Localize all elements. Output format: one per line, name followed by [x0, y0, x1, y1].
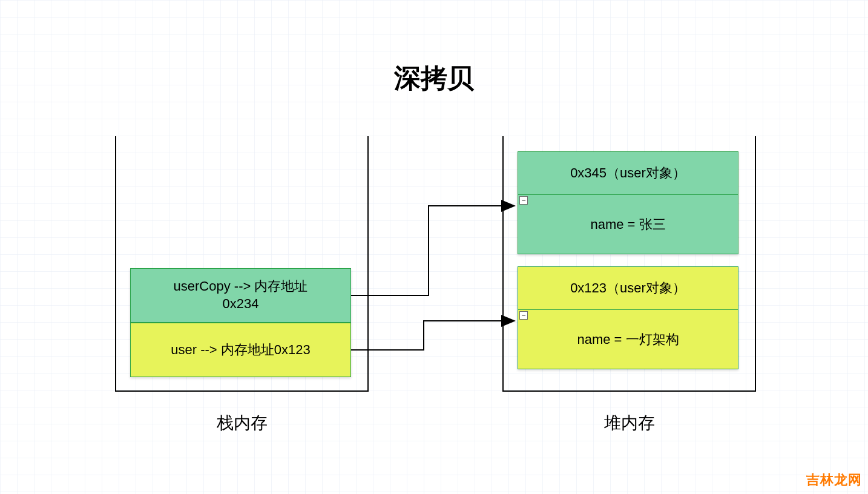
heap-object-0x123-body: − name = 一灯架构: [518, 310, 738, 369]
heap-object-0x345-field: name = 张三: [590, 216, 665, 234]
stack-memory-label: 栈内存: [209, 412, 275, 435]
collapse-icon[interactable]: −: [519, 196, 528, 205]
heap-object-0x345-body: − name = 张三: [518, 195, 738, 254]
collapse-icon[interactable]: −: [519, 311, 528, 320]
heap-object-0x345: 0x345（user对象） − name = 张三: [518, 151, 738, 254]
diagram-canvas: 深拷贝 userCopy --> 内存地址 0x234 user --> 内存地…: [0, 0, 868, 494]
stack-item-user: user --> 内存地址0x123: [130, 323, 351, 377]
heap-object-0x345-header: 0x345（user对象）: [518, 152, 738, 195]
watermark: 吉林龙网: [806, 471, 862, 489]
heap-object-0x123-field: name = 一灯架构: [577, 331, 679, 349]
diagram-title: 深拷贝: [0, 61, 868, 96]
stack-item-user-line1: user --> 内存地址0x123: [171, 341, 310, 359]
stack-item-usercopy-line2: 0x234: [223, 296, 259, 311]
heap-object-0x123: 0x123（user对象） − name = 一灯架构: [518, 266, 738, 369]
stack-item-usercopy: userCopy --> 内存地址 0x234: [130, 268, 351, 323]
heap-object-0x123-header: 0x123（user对象）: [518, 267, 738, 310]
stack-item-usercopy-line1: userCopy --> 内存地址: [174, 278, 308, 294]
heap-memory-label: 堆内存: [596, 412, 663, 435]
